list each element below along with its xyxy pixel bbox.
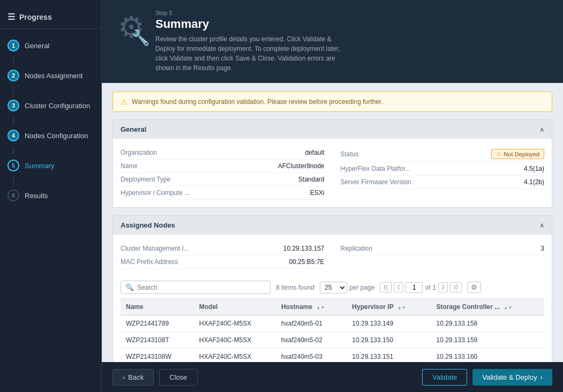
assigned-nodes-section-header[interactable]: Assigned Nodes ∧ <box>113 216 552 235</box>
cell-hypervisor-ip: 10.29.133.150 <box>347 332 431 349</box>
general-deploy-label: Deployment Type <box>121 176 170 183</box>
next-page-button[interactable]: ⟩ <box>438 282 448 292</box>
step-circle-5: 5 <box>7 160 19 171</box>
general-hyperflex-value: 4.5(1a) <box>524 165 544 172</box>
cell-hostname: hxaf240m5-01 <box>276 315 347 332</box>
sidebar-label-general: General <box>25 42 49 50</box>
menu-icon[interactable]: ☰ <box>7 12 15 22</box>
validate-label: Validate <box>432 373 457 381</box>
table-settings-button[interactable]: ⚙ <box>467 282 481 293</box>
status-badge-text: Not Deployed <box>504 151 539 157</box>
last-page-button[interactable]: ⟩⟩ <box>450 282 462 292</box>
search-input[interactable] <box>137 284 266 291</box>
cell-storage-controller: 10.29.133.160 <box>431 349 545 363</box>
step-connector-3 <box>13 117 14 124</box>
warning-icon: ⚠ <box>121 97 127 106</box>
general-org-value: default <box>305 149 324 156</box>
general-deploy-type-row: Deployment Type Standard <box>121 173 325 186</box>
first-page-button[interactable]: ⟨⟨ <box>380 282 392 292</box>
deploy-arrow-icon: › <box>541 373 543 381</box>
table-row: WZP2143108W HXAF240C-M5SX hxaf240m5-03 1… <box>121 349 544 363</box>
general-section-body: Organization default Name AFCluster8node… <box>113 139 552 207</box>
cell-model: HXAF240C-M5SX <box>194 349 276 363</box>
back-label: Back <box>128 373 144 381</box>
general-firmware-label: Server Firmware Version <box>341 178 411 186</box>
general-firmware-row: Server Firmware Version 4.1(2b) <box>341 176 545 189</box>
hero-icon-area: ⚙ 🔧 <box>118 10 145 44</box>
sidebar-item-general[interactable]: 1 General <box>0 34 101 57</box>
general-name-value: AFCluster8node <box>278 162 325 170</box>
cell-hypervisor-ip: 10.29.133.151 <box>347 349 431 363</box>
page-of-label: of <box>425 284 430 291</box>
cell-model: HXAF240C-M5SX <box>194 332 276 349</box>
footer-right-actions: Validate Validate & Deploy › <box>422 369 552 386</box>
general-right-fields: Status ⚠ Not Deployed HyperFlex Data Pla… <box>341 146 545 200</box>
sidebar-item-nodes-config[interactable]: 4 Nodes Configuration <box>0 124 101 147</box>
col-name: Name <box>121 299 194 315</box>
cell-name: WZP2143108T <box>121 332 194 349</box>
footer: ‹ Back Close Validate Validate & Deploy … <box>102 362 563 392</box>
validate-button[interactable]: Validate <box>422 369 467 386</box>
replication-value: 3 <box>541 245 544 252</box>
nodes-table: Name Model Hostname ▲▼ Hypervisor IP <box>121 299 544 362</box>
general-status-label: Status <box>341 150 359 158</box>
page-number-input[interactable] <box>406 282 423 293</box>
per-page-select[interactable]: 25 50 100 <box>320 282 347 293</box>
per-page-label: per page <box>349 284 374 291</box>
general-hypervisor-row: Hypervisor / Compute ... ESXi <box>121 186 325 200</box>
cell-model: HXAF240C-M5SX <box>194 315 276 332</box>
validate-deploy-label: Validate & Deploy <box>482 373 537 381</box>
warning-banner: ⚠ Warnings found during configuration va… <box>112 92 552 112</box>
warning-message: Warnings found during configuration vali… <box>132 98 383 105</box>
general-section-card: General ∧ Organization default Name AFCl… <box>112 119 552 208</box>
general-hypervisor-label: Hypervisor / Compute ... <box>121 189 190 197</box>
storage-sort-icons[interactable]: ▲▼ <box>504 306 513 310</box>
ip-sort-icons[interactable]: ▲▼ <box>397 306 406 310</box>
sidebar-title: Progress <box>19 13 52 21</box>
sidebar-label-nodes-assignment: Nodes Assignment <box>25 72 82 80</box>
general-status-row: Status ⚠ Not Deployed <box>341 146 545 162</box>
back-button[interactable]: ‹ Back <box>112 369 154 386</box>
cell-storage-controller: 10.29.133.158 <box>431 315 545 332</box>
table-row: WZP2143108T HXAF240C-M5SX hxaf240m5-02 1… <box>121 332 544 349</box>
general-firmware-value: 4.1(2b) <box>524 178 544 186</box>
sidebar-item-results[interactable]: 6 Results <box>0 184 101 207</box>
footer-left-actions: ‹ Back Close <box>112 369 198 386</box>
sidebar-item-cluster-config[interactable]: 3 Cluster Configuration <box>0 94 101 117</box>
items-found-label: 8 items found <box>276 284 314 291</box>
sidebar-label-nodes-config: Nodes Configuration <box>25 132 88 140</box>
hero-title: Summary <box>155 17 348 31</box>
cell-name: WZP2143108W <box>121 349 194 363</box>
search-box[interactable]: 🔍 <box>121 281 271 294</box>
assigned-nodes-body: Cluster Management I... 10.29.133.157 MA… <box>113 235 552 362</box>
step-connector-1 <box>13 57 14 64</box>
nodes-table-body: WZP21441789 HXAF240C-M5SX hxaf240m5-01 1… <box>121 315 544 363</box>
page-nav: ⟨⟨ ⟨ of 1 ⟩ ⟩⟩ <box>380 282 462 293</box>
cell-name: WZP21441789 <box>121 315 194 332</box>
cluster-mgmt-value: 10.29.133.157 <box>283 245 325 252</box>
col-hostname: Hostname ▲▼ <box>276 299 347 315</box>
general-hyperflex-row: HyperFlex Data Platfor... 4.5(1a) <box>341 162 545 176</box>
mac-prefix-value: 00:25:B5:7E <box>289 258 324 266</box>
wrench-icon: 🔧 <box>131 29 150 47</box>
sidebar-item-nodes-assignment[interactable]: 2 Nodes Assignment <box>0 64 101 87</box>
sidebar-header: ☰ Progress <box>0 5 101 29</box>
sidebar-label-cluster-config: Cluster Configuration <box>25 102 90 110</box>
sidebar-item-summary[interactable]: 5 Summary <box>0 154 101 177</box>
col-hypervisor-ip: Hypervisor IP ▲▼ <box>347 299 431 315</box>
status-warning-icon: ⚠ <box>496 150 501 157</box>
table-controls: 🔍 8 items found 25 50 100 per page ⟨⟨ <box>121 276 544 299</box>
prev-page-button[interactable]: ⟨ <box>394 282 403 292</box>
close-button[interactable]: Close <box>159 369 197 386</box>
close-label: Close <box>169 373 187 381</box>
nodes-info-grid: Cluster Management I... 10.29.133.157 MA… <box>121 242 544 269</box>
cell-hostname: hxaf240m5-03 <box>276 349 347 363</box>
validate-deploy-button[interactable]: Validate & Deploy › <box>472 369 552 386</box>
general-section-header[interactable]: General ∧ <box>113 120 552 139</box>
general-name-row: Name AFCluster8node <box>121 160 325 173</box>
sidebar-label-summary: Summary <box>25 162 55 170</box>
step-circle-4: 4 <box>7 130 19 141</box>
general-section-title: General <box>121 125 146 133</box>
hostname-sort-icons[interactable]: ▲▼ <box>316 306 325 310</box>
step-circle-6: 6 <box>7 190 19 201</box>
